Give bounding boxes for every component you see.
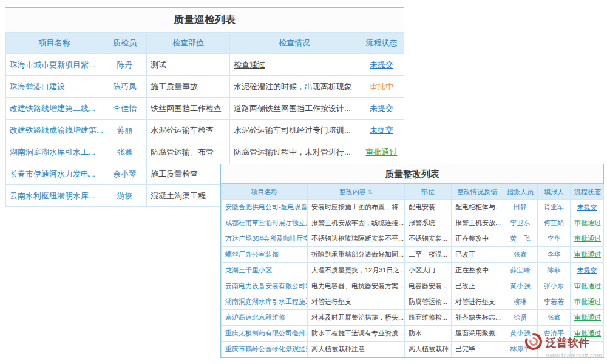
project-cell[interactable]: 螺丝厂办公室装饰 bbox=[222, 247, 308, 263]
content-cell: 对管进行垫支 bbox=[308, 294, 405, 310]
content-cell: 安装时应按施工图的布置，将... bbox=[308, 200, 405, 215]
project-cell[interactable]: 湖南洞庭湖水库引水工程施工标 bbox=[222, 294, 308, 310]
project-cell[interactable]: 云南电力设备安装有限公司20... bbox=[222, 278, 308, 294]
status-cell[interactable]: 审批通过 bbox=[571, 247, 604, 263]
part-cell: 小区大门 bbox=[405, 263, 452, 278]
status-cell[interactable]: 审批通过 bbox=[571, 231, 604, 247]
col-header-part: 检查部位 bbox=[147, 33, 230, 54]
project-cell[interactable]: 龙湖三千里小区 bbox=[222, 263, 308, 278]
reporter-cell[interactable]: 李若若 bbox=[538, 294, 571, 310]
table-row: 京沪高速北京段维修 对其及时开展整治措施，桥头... 路面维修检... 补齐缺失… bbox=[222, 310, 604, 326]
assignee-cell[interactable]: 李卫东 bbox=[503, 215, 538, 231]
part-cell: 铁丝网围挡工作检查 bbox=[147, 98, 230, 120]
rectification-table: 项目名称 整改内容⇅ 部位 整改情况反馈 指派人员 填报人 流程状态 安徽合肥供… bbox=[221, 184, 604, 357]
header-row: 项目名称 质检员 检查部位 检查情况 流程状态 bbox=[6, 33, 404, 54]
project-cell[interactable]: 长春市伊通河水力发电... bbox=[6, 163, 103, 185]
status-cell[interactable]: 审批通过 bbox=[359, 141, 404, 163]
table-row: 成都杜甫草堂临时展厅独立展... 报警主机安放牢固，线缆连接... 报警系统 报… bbox=[222, 215, 604, 231]
content-cell: 高大植被栽种注意 bbox=[308, 342, 405, 357]
table-row: 万达广场35#会所及咖啡厅空... 不锈钢边框玻璃隔断安装不平... 不锈钢安装… bbox=[222, 231, 604, 247]
project-cell[interactable]: 成都杜甫草堂临时展厅独立展... bbox=[222, 215, 308, 231]
assignee-cell[interactable]: 张鑫 bbox=[503, 247, 538, 263]
assignee-cell[interactable]: 柳琳 bbox=[503, 294, 538, 310]
assignee-cell[interactable]: 黄小强 bbox=[503, 278, 538, 294]
col-label: 整改内容 bbox=[339, 188, 366, 195]
table-row: 珠海鹤港口建设 陈巧凤 施工质量事故 水泥砼灌注的时候，出现离析现象 审批中 bbox=[6, 76, 404, 98]
project-cell[interactable]: 重庆市鹅岭公园绿化景观提升... bbox=[222, 342, 308, 357]
col-header-status: 流程状态 bbox=[571, 184, 604, 200]
feedback-cell: 正在整改中 bbox=[452, 231, 503, 247]
project-cell[interactable]: 万达广场35#会所及咖啡厅空... bbox=[222, 231, 308, 247]
table-row: 改建铁路线成渝线增建第... 蒋丽 水泥砼运输车检查 水泥砼运输车司机经过专门培… bbox=[6, 120, 404, 141]
part-cell: 测试 bbox=[147, 54, 230, 76]
part-cell: 电容器安装... bbox=[405, 278, 452, 294]
status-cell[interactable]: 审批中 bbox=[359, 76, 404, 98]
header-row: 项目名称 整改内容⇅ 部位 整改情况反馈 指派人员 填报人 流程状态 bbox=[222, 184, 604, 200]
status-cell[interactable]: 审批通过 bbox=[571, 215, 604, 231]
situation-cell: 防腐管运输过程中，未对管进行... bbox=[230, 141, 359, 163]
col-header-assignee: 指派人员 bbox=[503, 184, 538, 200]
project-cell[interactable]: 重庆太极制药有限公司亳州... bbox=[222, 326, 308, 342]
table-row: 改建铁路线增建第二线... 李佳怡 铁丝网围挡工作检查 道路两侧铁丝网围挡工作按… bbox=[6, 98, 404, 120]
project-cell[interactable]: 京沪高速北京段维修 bbox=[222, 310, 308, 326]
col-header-part: 部位 bbox=[405, 184, 452, 200]
inspector-cell[interactable]: 游恢 bbox=[103, 185, 147, 207]
inspector-cell[interactable]: 陈丹 bbox=[103, 54, 147, 76]
feedback-cell: 配电柜柜体与... bbox=[452, 200, 503, 215]
reporter-cell[interactable]: 肖亚军 bbox=[538, 200, 571, 215]
status-cell[interactable]: 审批通过 bbox=[571, 294, 604, 310]
situation-cell[interactable]: 检查通过 bbox=[230, 54, 359, 76]
feedback-cell: 已改正 bbox=[452, 247, 503, 263]
col-header-reporter: 填报人 bbox=[538, 184, 571, 200]
project-cell[interactable]: 改建铁路线增建第二线... bbox=[6, 98, 103, 120]
col-header-feedback: 整改情况反馈 bbox=[452, 184, 503, 200]
inspector-cell[interactable]: 李佳怡 bbox=[103, 98, 147, 120]
status-cell[interactable]: 审批通过 bbox=[571, 278, 604, 294]
reporter-cell[interactable]: 何芷娟 bbox=[538, 215, 571, 231]
project-cell[interactable]: 安徽合肥供电公司-配电设备... bbox=[222, 200, 308, 215]
table-row: 湖南洞庭湖水库引水工程施工标 对管进行垫支 防腐管运输... 对管进行垫支 柳琳… bbox=[222, 294, 604, 310]
project-cell[interactable]: 珠海鹤港口建设 bbox=[6, 76, 103, 98]
assignee-cell[interactable]: 黄一飞 bbox=[503, 231, 538, 247]
status-cell[interactable]: 未提交 bbox=[571, 263, 604, 278]
assignee-cell[interactable]: 田静 bbox=[503, 200, 538, 215]
inspector-cell[interactable]: 蒋丽 bbox=[103, 120, 147, 141]
table-row: 安徽合肥供电公司-配电设备... 安装时应按施工图的布置，将... 配电安装 配… bbox=[222, 200, 604, 215]
content-cell: 报警主机安放牢固，线缆连接... bbox=[308, 215, 405, 231]
content-cell: 电力电容器、电抗器安装方案... bbox=[308, 278, 405, 294]
content-cell: 大理石质量更换，12月31日之... bbox=[308, 263, 405, 278]
part-cell: 二至三楼混... bbox=[405, 247, 452, 263]
project-cell[interactable]: 云南水利枢纽潜明水库... bbox=[6, 185, 103, 207]
table-row: 云南电力设备安装有限公司20... 电力电容器、电抗器安装方案... 电容器安装… bbox=[222, 278, 604, 294]
assignee-cell[interactable]: 徐贤 bbox=[503, 310, 538, 326]
col-header-status: 流程状态 bbox=[359, 33, 404, 54]
project-cell[interactable]: 珠海市城市更新项目紫... bbox=[6, 54, 103, 76]
status-cell[interactable]: 未提交 bbox=[359, 54, 404, 76]
reporter-cell[interactable]: 张鑫 bbox=[538, 310, 571, 326]
reporter-cell[interactable]: 陈菲 bbox=[538, 263, 571, 278]
status-cell[interactable]: 未提交 bbox=[571, 200, 604, 215]
feedback-cell: 正在整改中 bbox=[452, 263, 503, 278]
assignee-cell[interactable]: 薛宝峰 bbox=[503, 263, 538, 278]
inspector-cell[interactable]: 余小琴 bbox=[103, 163, 147, 185]
reporter-cell[interactable]: 李华 bbox=[538, 231, 571, 247]
col-header-project: 项目名称 bbox=[6, 33, 103, 54]
part-cell: 防水 bbox=[405, 326, 452, 342]
content-cell: 防水工程施工选调有专业资质... bbox=[308, 326, 405, 342]
inspector-cell[interactable]: 张鑫 bbox=[103, 141, 147, 163]
inspector-cell[interactable]: 陈巧凤 bbox=[103, 76, 147, 98]
reporter-cell[interactable]: 李华 bbox=[538, 247, 571, 263]
status-cell[interactable]: 未提交 bbox=[359, 98, 404, 120]
feedback-cell: 报警主机安放... bbox=[452, 215, 503, 231]
sort-icon[interactable]: ⇅ bbox=[368, 189, 373, 195]
table-row: 龙湖三千里小区 大理石质量更换，12月31日之... 小区大门 正在整改中 薛宝… bbox=[222, 263, 604, 278]
status-cell[interactable]: 审批通过 bbox=[571, 310, 604, 326]
reporter-cell[interactable]: 张小东 bbox=[538, 278, 571, 294]
col-header-content[interactable]: 整改内容⇅ bbox=[308, 184, 405, 200]
situation-cell: 道路两侧铁丝网围挡工作按设计... bbox=[230, 98, 359, 120]
project-cell[interactable]: 改建铁路线成渝线增建第... bbox=[6, 120, 103, 141]
status-cell[interactable]: 未提交 bbox=[359, 120, 404, 141]
part-cell: 施工质量事故 bbox=[147, 76, 230, 98]
part-cell: 配电安装 bbox=[405, 200, 452, 215]
project-cell[interactable]: 湖南洞庭湖水库引水工... bbox=[6, 141, 103, 163]
